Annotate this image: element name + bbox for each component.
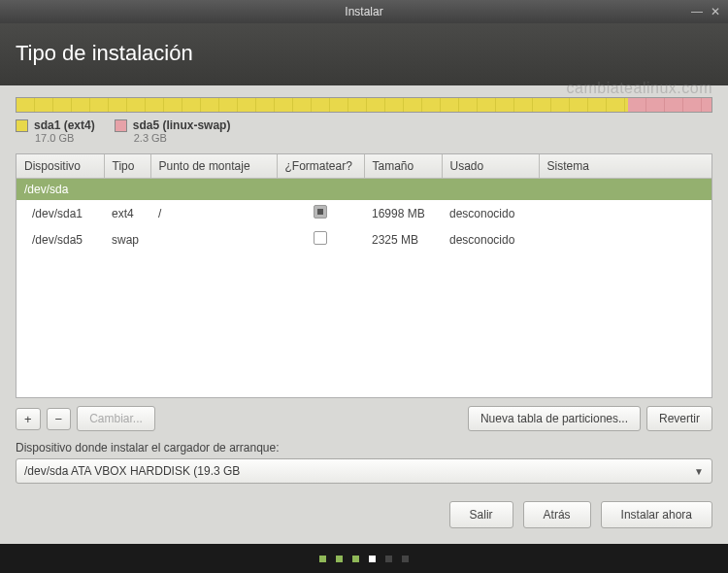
legend-size: 2.3 GB xyxy=(134,132,231,144)
new-partition-table-button[interactable]: Nueva tabla de particiones... xyxy=(468,406,641,431)
quit-button[interactable]: Salir xyxy=(449,501,513,528)
watermark: cambiatealinux.com xyxy=(567,80,712,97)
dot-icon xyxy=(369,556,376,562)
disk-device: /dev/sda xyxy=(17,179,711,201)
legend: sda1 (ext4) 17.0 GB sda5 (linux-swap) 2.… xyxy=(16,118,712,144)
add-partition-button[interactable]: + xyxy=(16,408,41,430)
remove-partition-button[interactable]: − xyxy=(47,408,72,430)
cell-mount xyxy=(150,226,277,253)
format-checkbox[interactable] xyxy=(314,205,327,219)
partition-table[interactable]: Dispositivo Tipo Punto de montaje ¿Forma… xyxy=(16,153,712,398)
page-header: Tipo de instalación xyxy=(0,23,728,85)
legend-label: sda5 (linux-swap) xyxy=(133,118,231,132)
col-used[interactable]: Usado xyxy=(442,154,539,179)
cell-device: /dev/sda1 xyxy=(17,200,104,226)
legend-label: sda1 (ext4) xyxy=(34,118,95,132)
page-title: Tipo de instalación xyxy=(16,41,193,65)
format-checkbox[interactable] xyxy=(314,231,327,245)
table-empty-area xyxy=(17,253,711,397)
table-row[interactable]: /dev/sda1 ext4 / 16998 MB desconocido xyxy=(17,200,711,226)
disk-segment-sda1 xyxy=(17,98,628,112)
footer-buttons: Salir Atrás Instalar ahora xyxy=(16,501,712,528)
content-area: cambiatealinux.com sda1 (ext4) 17.0 GB s… xyxy=(0,85,728,544)
titlebar: Instalar — ✕ xyxy=(0,0,728,23)
dot-icon xyxy=(352,556,359,562)
col-mount[interactable]: Punto de montaje xyxy=(150,154,277,179)
dot-icon xyxy=(385,556,392,562)
chevron-down-icon: ▼ xyxy=(694,466,704,477)
legend-swatch-icon xyxy=(16,119,28,132)
table-header-row: Dispositivo Tipo Punto de montaje ¿Forma… xyxy=(17,154,711,179)
cell-system xyxy=(539,226,711,253)
col-type[interactable]: Tipo xyxy=(104,154,150,179)
dot-icon xyxy=(319,556,326,562)
back-button[interactable]: Atrás xyxy=(523,501,591,528)
cell-used: desconocido xyxy=(442,200,539,226)
legend-size: 17.0 GB xyxy=(35,132,95,144)
cell-used: desconocido xyxy=(442,226,539,253)
disk-segment-sda5 xyxy=(628,98,711,112)
cell-size: 16998 MB xyxy=(364,200,442,226)
legend-swatch-icon xyxy=(115,119,127,132)
bootloader-value: /dev/sda ATA VBOX HARDDISK (19.3 GB xyxy=(24,464,240,478)
bootloader-label: Dispositivo donde instalar el cargador d… xyxy=(16,441,712,455)
cell-system xyxy=(539,200,711,226)
legend-item: sda1 (ext4) 17.0 GB xyxy=(16,118,95,144)
disk-usage-bar xyxy=(16,97,712,113)
change-partition-button[interactable]: Cambiar... xyxy=(77,406,155,431)
table-row[interactable]: /dev/sda5 swap 2325 MB desconocido xyxy=(17,226,711,253)
cell-mount: / xyxy=(150,200,277,226)
install-now-button[interactable]: Instalar ahora xyxy=(601,501,712,528)
col-system[interactable]: Sistema xyxy=(539,154,711,179)
dot-icon xyxy=(402,556,409,562)
dot-icon xyxy=(336,556,343,562)
bootloader-select[interactable]: /dev/sda ATA VBOX HARDDISK (19.3 GB ▼ xyxy=(16,458,712,484)
col-size[interactable]: Tamaño xyxy=(364,154,442,179)
partition-toolbar: + − Cambiar... Nueva tabla de particione… xyxy=(16,406,712,431)
minimize-icon[interactable]: — xyxy=(691,6,703,17)
revert-button[interactable]: Revertir xyxy=(646,406,712,431)
col-device[interactable]: Dispositivo xyxy=(17,154,104,179)
disk-row[interactable]: /dev/sda xyxy=(17,179,711,201)
col-format[interactable]: ¿Formatear? xyxy=(277,154,364,179)
close-icon[interactable]: ✕ xyxy=(711,6,720,17)
cell-type: swap xyxy=(104,226,150,253)
cell-type: ext4 xyxy=(104,200,150,226)
window-title: Instalar xyxy=(345,5,382,18)
legend-item: sda5 (linux-swap) 2.3 GB xyxy=(115,118,231,144)
cell-device: /dev/sda5 xyxy=(17,226,104,253)
cell-size: 2325 MB xyxy=(364,226,442,253)
installer-window: Instalar — ✕ Tipo de instalación cambiat… xyxy=(0,0,728,544)
page-indicator xyxy=(0,544,728,573)
